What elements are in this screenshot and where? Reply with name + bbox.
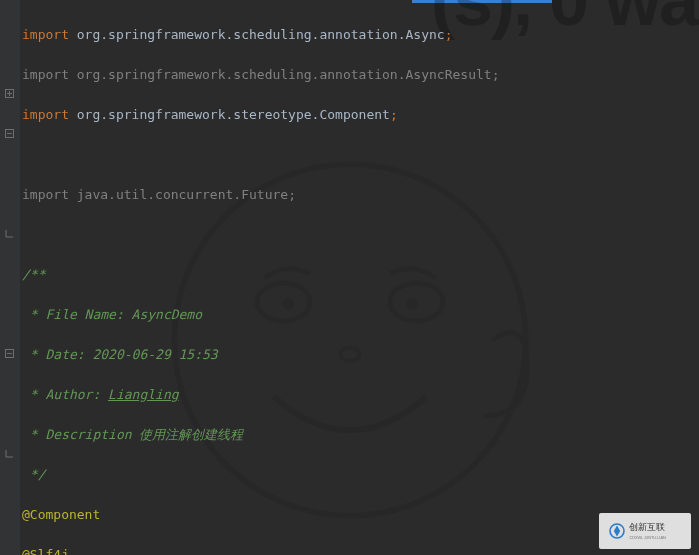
- code-line: * Date: 2020-06-29 15:53: [22, 345, 699, 365]
- editor-gutter: [0, 0, 20, 555]
- fold-expand-icon[interactable]: [4, 128, 15, 139]
- fold-collapse-icon[interactable]: [4, 88, 15, 99]
- fold-end-icon[interactable]: [4, 448, 15, 459]
- code-line: * Description 使用注解创建线程: [22, 425, 699, 445]
- fold-expand-icon[interactable]: [4, 348, 15, 359]
- code-line: /**: [22, 265, 699, 285]
- fold-end-icon[interactable]: [4, 228, 15, 239]
- code-line: import org.springframework.stereotype.Co…: [22, 105, 699, 125]
- code-line: * File Name: AsyncDemo: [22, 305, 699, 325]
- code-line: @Component: [22, 505, 699, 525]
- code-line: import java.util.concurrent.Future;: [22, 185, 699, 205]
- code-line: import org.springframework.scheduling.an…: [22, 65, 699, 85]
- code-editor[interactable]: import org.springframework.scheduling.an…: [22, 5, 699, 555]
- code-line: @Slf4j: [22, 545, 699, 555]
- code-line: import org.springframework.scheduling.an…: [22, 25, 699, 45]
- progress-indicator: [412, 0, 552, 3]
- code-line: */: [22, 465, 699, 485]
- code-line: * Author: Liangling: [22, 385, 699, 405]
